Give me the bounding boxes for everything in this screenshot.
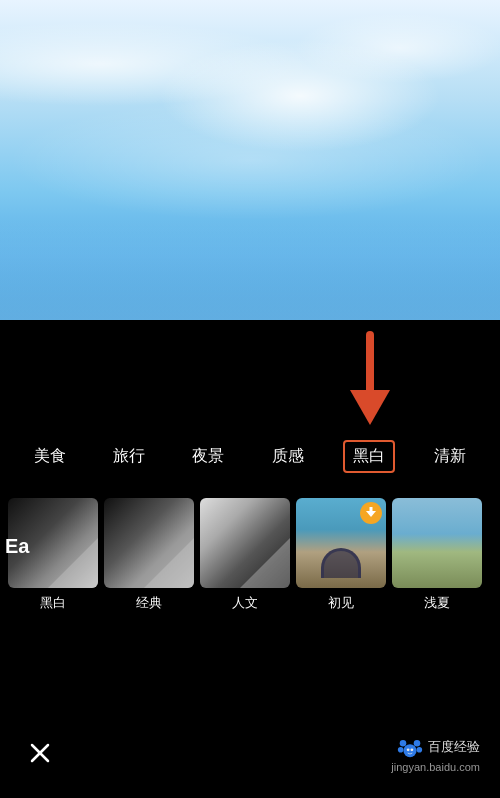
controls-area: 美食旅行夜景质感黑白清新 黑白经典人文初见浅夏 Ea	[0, 320, 500, 798]
svg-point-12	[410, 748, 413, 751]
svg-point-9	[398, 747, 404, 753]
filter-cat-美食[interactable]: 美食	[26, 442, 74, 471]
filter-thumb-人文[interactable]: 人文	[200, 498, 290, 612]
filter-cat-夜景[interactable]: 夜景	[184, 442, 232, 471]
svg-point-7	[400, 740, 407, 747]
filter-thumb-浅夏[interactable]: 浅夏	[392, 498, 482, 612]
download-badge	[360, 502, 382, 524]
thumb-label-人文: 人文	[232, 594, 258, 612]
filter-cat-质感[interactable]: 质感	[264, 442, 312, 471]
svg-point-8	[414, 740, 421, 747]
svg-rect-3	[370, 507, 373, 512]
baidu-watermark: 百度经验 jingyan.baidu.com	[391, 733, 480, 773]
baidu-url: jingyan.baidu.com	[391, 761, 480, 773]
thumb-label-初见: 初见	[328, 594, 354, 612]
filter-thumbnail-row: 黑白经典人文初见浅夏	[0, 498, 500, 612]
filter-cat-清新[interactable]: 清新	[426, 442, 474, 471]
bottom-bar: 百度经验 jingyan.baidu.com	[0, 718, 500, 798]
svg-marker-1	[350, 390, 390, 425]
filter-cat-旅行[interactable]: 旅行	[105, 442, 153, 471]
close-button[interactable]	[20, 733, 60, 773]
filter-cat-黑白[interactable]: 黑白	[343, 440, 395, 473]
baidu-brand: 百度经验	[428, 738, 480, 756]
thumb-label-黑白: 黑白	[40, 594, 66, 612]
svg-point-10	[417, 747, 423, 753]
filter-thumb-初见[interactable]: 初见	[296, 498, 386, 612]
filter-thumb-经典[interactable]: 经典	[104, 498, 194, 612]
photo-preview	[0, 0, 500, 320]
svg-point-11	[407, 748, 410, 751]
filter-category-row: 美食旅行夜景质感黑白清新	[0, 440, 500, 473]
svg-point-6	[403, 744, 416, 757]
arrow-indicator	[335, 330, 395, 430]
thumb-label-经典: 经典	[136, 594, 162, 612]
ea-label: Ea	[5, 535, 29, 558]
thumb-label-浅夏: 浅夏	[424, 594, 450, 612]
